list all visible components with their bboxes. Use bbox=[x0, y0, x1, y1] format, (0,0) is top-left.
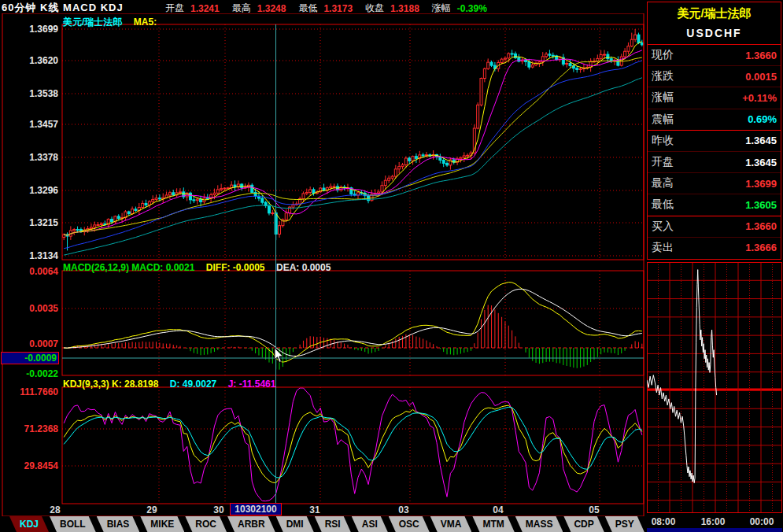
crosshair-macd-value-box: -0.0009 bbox=[1, 352, 59, 364]
tab-bias[interactable]: BIAS bbox=[97, 516, 140, 532]
quote-symbol: USDCHF bbox=[648, 24, 781, 45]
instrument-name: 美元/瑞士法郎 bbox=[63, 17, 122, 28]
mouse-cursor-icon bbox=[274, 348, 285, 364]
tab-rsi[interactable]: RSI bbox=[315, 516, 351, 532]
time-label-0000: 00:00 bbox=[750, 516, 774, 527]
tab-dmi[interactable]: DMI bbox=[276, 516, 314, 532]
kdj-axis-tick: 29.8454 bbox=[0, 460, 58, 471]
kdj-layer bbox=[64, 388, 642, 501]
quote-row-last-price: 现价1.3660 bbox=[648, 45, 781, 66]
chart-mode-title: 60分钟 K线 MACD KDJ bbox=[2, 1, 124, 15]
price-axis-tick: 1.3538 bbox=[0, 88, 58, 99]
macd-params-value: MACD(26,12,9) MACD: 0.0021 bbox=[63, 262, 194, 273]
macd-dea-value: DEA: 0.0005 bbox=[276, 262, 331, 273]
tab-arbr[interactable]: ARBR bbox=[227, 516, 275, 532]
close-label: 收盘 bbox=[365, 2, 384, 15]
main-panel-caption: 美元/瑞士法郎 MA5: bbox=[63, 14, 164, 29]
quote-panel: 美元/瑞士法郎 USDCHF 现价1.3660 涨跌0.0015 涨幅+0.11… bbox=[647, 2, 781, 260]
date-axis-tick: 03 bbox=[398, 504, 408, 515]
price-axis-tick: 1.3699 bbox=[0, 24, 58, 35]
high-label: 最高 bbox=[232, 2, 251, 15]
quote-row-open: 开盘1.3645 bbox=[648, 152, 781, 173]
ohlc-stats: 开盘1.3241 最高1.3248 最低1.3173 收盘1.3188 涨幅-0… bbox=[165, 2, 500, 15]
quote-row-prev-close: 昨收1.3645 bbox=[648, 131, 781, 152]
candles-layer bbox=[63, 29, 644, 250]
tab-vma[interactable]: VMA bbox=[430, 516, 472, 532]
macd-axis-tick: -0.0022 bbox=[0, 368, 58, 379]
crosshair-time-box: 10302100 bbox=[230, 503, 282, 515]
quote-row-bid: 买入1.3660 bbox=[648, 216, 781, 238]
bottom-strip bbox=[647, 528, 782, 532]
tab-boll[interactable]: BOLL bbox=[50, 516, 96, 532]
quote-row-high: 最高1.3699 bbox=[648, 173, 781, 194]
tab-roc[interactable]: ROC bbox=[185, 516, 227, 532]
low-value: 1.3173 bbox=[323, 3, 353, 14]
kdj-axis-tick: 71.2368 bbox=[0, 423, 58, 434]
quote-row-change-pct: 涨幅+0.11% bbox=[648, 87, 781, 109]
kdj-axis-tick: 111.7660 bbox=[0, 386, 58, 397]
quote-row-ask: 卖出1.3666 bbox=[648, 238, 781, 258]
date-axis-tick: 31 bbox=[309, 504, 319, 515]
low-label: 最低 bbox=[298, 2, 317, 15]
quote-row-change: 涨跌0.0015 bbox=[648, 66, 781, 87]
open-value: 1.3241 bbox=[190, 3, 220, 14]
kdj-d-value: D: 49.0027 bbox=[170, 379, 216, 390]
date-axis-tick: 29 bbox=[146, 504, 157, 515]
quote-title: 美元/瑞士法郎 bbox=[648, 2, 781, 24]
price-axis-tick: 1.3296 bbox=[0, 185, 58, 196]
macd-axis-tick: 0.0064 bbox=[0, 266, 58, 277]
macd-axis-tick: 0.0007 bbox=[0, 338, 58, 349]
tab-mike[interactable]: MIKE bbox=[140, 516, 184, 532]
tab-cdp[interactable]: CDP bbox=[563, 516, 604, 532]
tab-asi[interactable]: ASI bbox=[352, 516, 388, 532]
ma5-label: MA5: bbox=[134, 17, 157, 28]
quote-row-low: 最低1.3605 bbox=[648, 194, 781, 216]
kdj-j-value: J: -11.5461 bbox=[228, 379, 276, 390]
indicator-tab-bar: KDJ BOLL BIAS MIKE ROC ARBR DMI RSI ASI … bbox=[0, 516, 645, 532]
tab-mtm[interactable]: MTM bbox=[472, 516, 514, 532]
price-axis-tick: 1.3620 bbox=[0, 55, 58, 66]
price-axis-tick: 1.3215 bbox=[0, 217, 58, 228]
time-label-0800: 08:00 bbox=[652, 516, 676, 527]
date-axis-tick: 05 bbox=[589, 504, 599, 515]
quote-row-amplitude: 震幅0.69% bbox=[648, 109, 781, 131]
high-value: 1.3248 bbox=[257, 3, 286, 14]
tab-psy[interactable]: PSY bbox=[605, 516, 644, 532]
date-axis-tick: 28 bbox=[50, 504, 60, 515]
kdj-k-value: KDJ(9,3,3) K: 28.8198 bbox=[63, 379, 158, 390]
tab-kdj[interactable]: KDJ bbox=[9, 516, 49, 532]
change-label: 涨幅 bbox=[432, 2, 451, 15]
time-label-1600: 16:00 bbox=[701, 516, 726, 527]
open-label: 开盘 bbox=[165, 2, 184, 15]
change-value: -0.39% bbox=[457, 3, 487, 14]
tab-osc[interactable]: OSC bbox=[389, 516, 430, 532]
macd-layer bbox=[64, 283, 642, 370]
intraday-tick-chart[interactable] bbox=[647, 262, 782, 513]
tick-price-line bbox=[647, 270, 717, 483]
price-axis-tick: 1.3134 bbox=[0, 250, 58, 261]
tab-mass[interactable]: MASS bbox=[515, 516, 563, 532]
macd-axis-tick: 0.0035 bbox=[0, 303, 58, 314]
macd-panel-caption: MACD(26,12,9) MACD: 0.0021 DIFF: -0.0005… bbox=[63, 260, 338, 274]
date-axis-tick: 04 bbox=[493, 504, 503, 515]
price-axis-tick: 1.3378 bbox=[0, 152, 58, 163]
kdj-panel-caption: KDJ(9,3,3) K: 28.8198 D: 49.0027 J: -11.… bbox=[63, 376, 283, 390]
date-axis-tick: 30 bbox=[213, 504, 223, 515]
macd-diff-value: DIFF: -0.0005 bbox=[206, 262, 265, 273]
close-value: 1.3188 bbox=[390, 3, 419, 14]
price-axis-tick: 1.3457 bbox=[0, 119, 58, 130]
top-status-bar: 60分钟 K线 MACD KDJ 开盘1.3241 最高1.3248 最低1.3… bbox=[0, 0, 645, 13]
trading-app-window: 60分钟 K线 MACD KDJ 开盘1.3241 最高1.3248 最低1.3… bbox=[0, 0, 783, 532]
